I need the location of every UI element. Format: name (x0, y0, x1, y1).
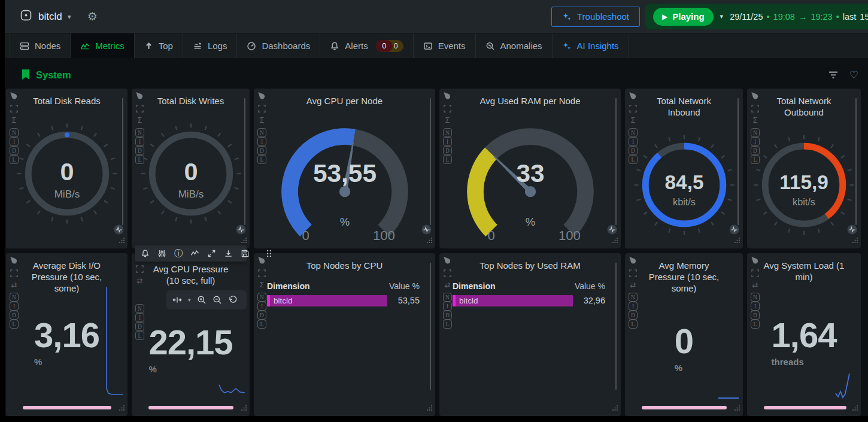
resize-grip[interactable] (426, 235, 433, 246)
filter-letter-icon[interactable]: I (257, 137, 266, 146)
aggregate-sigma-icon[interactable]: Σ (631, 117, 635, 124)
tab-events[interactable]: Events (414, 34, 476, 58)
filter-letter-icon[interactable]: D (751, 311, 760, 320)
filter-letter-icon[interactable]: N (443, 128, 452, 137)
filter-letter-icon[interactable]: L (751, 155, 760, 164)
nidl-filters[interactable]: NIDL (443, 128, 452, 164)
chart-scrollbar[interactable] (430, 263, 431, 390)
nidl-filters[interactable]: NIDL (135, 128, 144, 164)
download-icon[interactable] (224, 249, 233, 258)
resize-grip[interactable] (734, 403, 740, 414)
filter-letter-icon[interactable]: D (629, 146, 638, 155)
alerts-bell-icon[interactable] (141, 249, 150, 258)
filter-letter-icon[interactable]: N (629, 128, 638, 137)
resize-grip[interactable] (426, 403, 433, 414)
resize-grip[interactable] (241, 235, 247, 246)
nidl-filters[interactable]: NIDL (10, 293, 19, 329)
filter-letter-icon[interactable]: N (751, 293, 760, 302)
chart-scrollbar[interactable] (430, 98, 431, 225)
filter-letter-icon[interactable]: N (257, 128, 266, 137)
filter-letter-icon[interactable]: D (10, 311, 19, 320)
expand-frame-icon[interactable] (10, 105, 18, 113)
tab-dashboards[interactable]: Dashboards (237, 34, 320, 58)
semi-gauge[interactable]: 33 % 0 100 (448, 109, 613, 241)
troubleshoot-button[interactable]: Troubleshoot (551, 7, 640, 27)
filter-letter-icon[interactable]: L (443, 155, 452, 164)
resize-grip[interactable] (241, 403, 247, 414)
expand-frame-icon[interactable] (258, 269, 266, 277)
resize-grip[interactable] (852, 403, 858, 414)
chart-line-icon[interactable] (190, 249, 199, 258)
zoom-out-icon[interactable] (213, 295, 222, 305)
filter-sliders-icon[interactable] (157, 249, 166, 258)
resize-grip[interactable] (119, 235, 125, 246)
filter-letter-icon[interactable]: D (443, 146, 452, 155)
chart-card-memory-pressure[interactable]: ⇄ NIDL Avg Memory Pressure (10 sec, some… (625, 253, 743, 416)
tab-anomalies[interactable]: Anomalies (476, 34, 553, 58)
nidl-filters[interactable]: NIDL (751, 128, 760, 164)
reset-zoom-icon[interactable] (228, 295, 238, 305)
filter-letter-icon[interactable]: N (135, 304, 144, 313)
filter-funnel-icon[interactable] (828, 71, 839, 80)
table-row[interactable]: bitcld 32,96 (453, 295, 605, 306)
chevron-down-icon[interactable]: ▾ (188, 297, 191, 303)
filter-letter-icon[interactable]: I (443, 302, 452, 311)
expand-frame-icon[interactable] (751, 105, 759, 113)
filter-letter-icon[interactable]: I (10, 302, 19, 311)
table-row[interactable]: bitcld 53,55 (267, 295, 420, 306)
chart-scrollbar[interactable] (855, 98, 857, 225)
expand-frame-icon[interactable] (629, 105, 637, 113)
resize-grip[interactable] (612, 235, 618, 246)
filter-letter-icon[interactable]: N (10, 128, 19, 137)
swap-dimensions-icon[interactable]: ⇄ (444, 281, 450, 289)
nidl-filters[interactable]: NIDL (751, 293, 760, 329)
heart-icon[interactable]: ♡ (849, 69, 858, 81)
resize-grip[interactable] (612, 403, 618, 414)
expand-frame-icon[interactable] (258, 105, 266, 113)
filter-letter-icon[interactable]: D (443, 311, 452, 320)
filter-letter-icon[interactable]: L (135, 155, 144, 164)
nidl-filters[interactable]: NIDL (257, 293, 266, 329)
time-picker[interactable]: ▶ Playing ▾ 29/11/25 • 19:08 → 19:23 • l… (645, 4, 868, 29)
dimension-bar[interactable]: bitcld (267, 295, 387, 306)
expand-frame-icon[interactable] (136, 265, 144, 273)
nidl-filters[interactable]: NIDL (629, 128, 638, 164)
filter-letter-icon[interactable]: L (751, 320, 760, 329)
nidl-filters[interactable]: NIDL (10, 128, 19, 164)
expand-frame-icon[interactable] (444, 105, 451, 113)
filter-letter-icon[interactable]: D (135, 322, 144, 331)
ring-gauge[interactable]: 115,9 kbit/s (750, 131, 858, 239)
dimension-bar[interactable]: bitcld (453, 295, 573, 306)
swap-dimensions-icon[interactable]: ⇄ (752, 281, 758, 289)
filter-letter-icon[interactable]: N (443, 293, 452, 302)
chart-card-avg-ram[interactable]: Σ NIDL Avg Used RAM per Node 33 % 0 (439, 89, 621, 248)
filter-letter-icon[interactable]: I (629, 137, 638, 146)
filter-letter-icon[interactable]: N (629, 293, 638, 302)
chart-card-cpu-pressure[interactable]: ⓘ ⇄ NIDL Avg CPU Pressure (10 sec, full) (132, 253, 250, 416)
filter-letter-icon[interactable]: N (751, 128, 760, 137)
save-icon[interactable] (241, 249, 250, 258)
aggregate-sigma-icon[interactable]: Σ (445, 117, 450, 124)
tab-alerts[interactable]: Alerts 0 0 (320, 34, 413, 58)
filter-letter-icon[interactable]: L (10, 320, 19, 329)
info-icon[interactable]: ⓘ (174, 248, 183, 259)
filter-letter-icon[interactable]: D (257, 311, 266, 320)
resize-grip[interactable] (734, 235, 740, 246)
chart-card-disk-io-pressure[interactable]: ⇄ NIDL Average Disk I/O Pressure (10 sec… (6, 253, 128, 416)
filter-letter-icon[interactable]: I (135, 137, 144, 146)
filter-letter-icon[interactable]: I (135, 313, 144, 322)
filter-letter-icon[interactable]: L (629, 320, 638, 329)
ring-gauge[interactable]: 84,5 kbit/s (630, 131, 738, 239)
semi-gauge[interactable]: 53,55 % 0 100 (262, 109, 427, 241)
filter-letter-icon[interactable]: I (257, 302, 266, 311)
chart-card-network-outbound[interactable]: Σ NIDL Total Network Outbound 115,9 kbit… (747, 89, 861, 248)
filter-letter-icon[interactable]: N (135, 128, 144, 137)
filter-letter-icon[interactable]: I (629, 302, 638, 311)
filter-letter-icon[interactable]: I (443, 137, 452, 146)
swap-dimensions-icon[interactable]: ⇄ (630, 281, 636, 289)
tab-metrics[interactable]: Metrics (71, 34, 134, 58)
time-range[interactable]: 29/11/25 • 19:08 → 19:23 • last 15 (730, 12, 868, 22)
expand-frame-icon[interactable] (10, 269, 18, 277)
chart-card-total-disk-writes[interactable]: Σ NIDL Total Disk Writes 0 MiB/s (132, 89, 250, 248)
tab-logs[interactable]: Logs (183, 34, 238, 58)
